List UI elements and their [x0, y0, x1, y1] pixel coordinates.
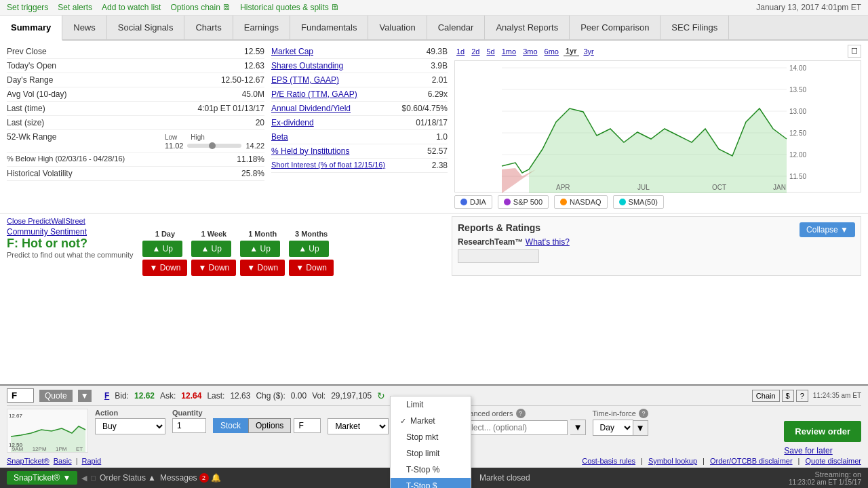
order-status-button[interactable]: Order Status ▲ [100, 473, 156, 483]
rapid-link[interactable]: Rapid [82, 457, 102, 465]
chart-expand-icon[interactable]: ☐ [848, 45, 861, 58]
tif-arrow-icon[interactable]: ▼ [633, 420, 648, 436]
svg-text:OCT: OCT [712, 184, 726, 191]
legend-sma50[interactable]: SMA(50) [613, 195, 664, 209]
set-alerts-link[interactable]: Set alerts [58, 3, 92, 12]
messages-count-badge: 2 [199, 473, 209, 483]
last-value: 12.63 [230, 391, 250, 401]
ticker-link[interactable]: F [104, 391, 109, 401]
quote-button[interactable]: Quote [39, 390, 73, 402]
refresh-icon[interactable]: ↻ [377, 390, 385, 401]
cost-basis-link[interactable]: Cost-basis rules [582, 457, 635, 465]
ticker-input[interactable] [7, 388, 34, 403]
quantity-input[interactable] [172, 418, 206, 433]
stopmkt-check [400, 433, 402, 441]
reports-search-box[interactable] [458, 249, 539, 263]
tab-fundamentals[interactable]: Fundamentals [290, 16, 368, 39]
tab-news[interactable]: News [62, 16, 107, 39]
1day-up-button[interactable]: ▲ Up [142, 241, 182, 257]
djia-dot [460, 199, 467, 205]
bell-icon[interactable]: 🔔 [211, 473, 221, 483]
chart-1mo-btn[interactable]: 1mo [500, 47, 518, 56]
close-predictwallstreet-link[interactable]: Close PredictWallStreet [7, 217, 85, 225]
stat-shares-outstanding: Shares Outstanding 3.9B [271, 59, 448, 73]
advanced-orders-field[interactable] [456, 420, 568, 435]
options-tab[interactable]: Options [248, 418, 291, 433]
tab-summary[interactable]: Summary [0, 16, 62, 41]
symbol-input[interactable] [294, 418, 321, 433]
1month-up-button[interactable]: ▲ Up [240, 241, 280, 257]
dropdown-tstop-pct[interactable]: T-Stop % [391, 462, 471, 478]
vol-label: Vol: [312, 391, 326, 401]
3months-down-button[interactable]: ▼ Down [289, 260, 334, 276]
stat-institutions: % Held by Institutions 52.57 [271, 144, 448, 159]
chart-1yr-btn[interactable]: 1yr [564, 46, 579, 56]
snap-basic-link[interactable]: SnapTicket® [7, 457, 50, 465]
messages-button[interactable]: Messages 2 🔔 [160, 473, 221, 483]
dropdown-market[interactable]: ✓ Market [391, 413, 471, 429]
legend-sp500[interactable]: S&P 500 [498, 195, 549, 209]
tab-sec-filings[interactable]: SEC Filings [660, 16, 729, 39]
3months-up-button[interactable]: ▲ Up [289, 241, 329, 257]
tab-earnings[interactable]: Earnings [233, 16, 290, 39]
tab-social-signals[interactable]: Social Signals [107, 16, 185, 39]
chart-5d-btn[interactable]: 5d [485, 47, 497, 56]
symbol-lookup-link[interactable]: Symbol lookup [648, 457, 697, 465]
svg-text:APR: APR [556, 184, 570, 191]
options-chain-link[interactable]: Options chain 🖺 [170, 3, 231, 12]
review-group: Review order Save for later [784, 409, 861, 455]
chain-button[interactable]: Chain [752, 390, 780, 402]
1week-up-button[interactable]: ▲ Up [191, 241, 231, 257]
sentiment-col-3months: 3 Months ▲ Up ▼ Down [289, 230, 334, 276]
basic-link[interactable]: Basic [54, 457, 72, 465]
action-select[interactable]: Buy Sell Sell Short Buy to Cover [95, 418, 165, 434]
legend-nasdaq[interactable]: NASDAQ [554, 195, 607, 209]
chart-1d-btn[interactable]: 1d [454, 47, 467, 56]
adv-help-icon[interactable]: ? [516, 409, 526, 418]
historical-quotes-link[interactable]: Historical quotes & splits 🖺 [240, 3, 339, 12]
save-for-later-link[interactable]: Save for later [784, 446, 861, 455]
tif-select[interactable]: Day GTC GTX [593, 420, 633, 436]
community-title-link[interactable]: Community Sentiment [7, 227, 87, 237]
collapse-button[interactable]: Collapse ▼ [800, 222, 855, 237]
legend-djia[interactable]: DJIA [454, 195, 492, 209]
chart-svg: 14.00 13.50 13.00 12.50 12.00 11.50 APR … [455, 61, 861, 193]
limit-check [400, 401, 402, 409]
top-bar-links: Set triggers Set alerts Add to watch lis… [7, 3, 339, 12]
review-order-button[interactable]: Review order [784, 421, 861, 442]
chart-3yr-btn[interactable]: 3yr [582, 47, 596, 56]
quote-disclaimer-link[interactable]: Quote disclaimer [805, 457, 861, 465]
whats-this-link[interactable]: What's this? [526, 237, 570, 247]
sma50-dot [619, 199, 626, 205]
advanced-orders-arrow[interactable]: ▼ [570, 420, 585, 435]
1month-down-button[interactable]: ▼ Down [240, 260, 285, 276]
dollar-button[interactable]: $ [782, 390, 794, 402]
add-watchlist-link[interactable]: Add to watch list [102, 3, 161, 12]
advanced-orders-input: ▼ [456, 420, 585, 435]
tab-peer-comparison[interactable]: Peer Comparison [570, 16, 660, 39]
tab-valuation[interactable]: Valuation [368, 16, 427, 39]
stock-tab[interactable]: Stock [213, 418, 248, 433]
chg-value: 0.00 [291, 391, 307, 401]
dropdown-limit[interactable]: Limit [391, 396, 471, 413]
1week-down-button[interactable]: ▼ Down [191, 260, 236, 276]
chart-3mo-btn[interactable]: 3mo [521, 47, 539, 56]
tif-help-icon[interactable]: ? [639, 409, 648, 418]
dropdown-tstop-dollar[interactable]: T-Stop $ [391, 478, 471, 488]
snapticket-dropdown-icon[interactable]: ▼ [62, 473, 71, 483]
tab-analyst-reports[interactable]: Analyst Reports [485, 16, 570, 39]
dropdown-stop-limit[interactable]: Stop limit [391, 445, 471, 462]
question-icon[interactable]: ? [796, 390, 808, 402]
snapticket-button[interactable]: SnapTicket® ▼ [7, 471, 77, 485]
tab-calendar[interactable]: Calendar [427, 16, 486, 39]
order-otcbb-link[interactable]: Order/OTCBB disclaimer [710, 457, 793, 465]
dropdown-stop-mkt[interactable]: Stop mkt [391, 429, 471, 445]
set-triggers-link[interactable]: Set triggers [7, 3, 48, 12]
chart-2d-btn[interactable]: 2d [469, 47, 481, 56]
community-reports-row: Close PredictWallStreet Community Sentim… [0, 213, 868, 279]
order-type-select[interactable]: Limit Market Stop mkt Stop limit T-Stop … [328, 418, 389, 434]
1day-down-button[interactable]: ▼ Down [142, 260, 187, 276]
tab-charts[interactable]: Charts [184, 16, 233, 39]
dropdown-arrow-icon[interactable]: ▼ [78, 390, 92, 402]
chart-6mo-btn[interactable]: 6mo [542, 47, 561, 56]
